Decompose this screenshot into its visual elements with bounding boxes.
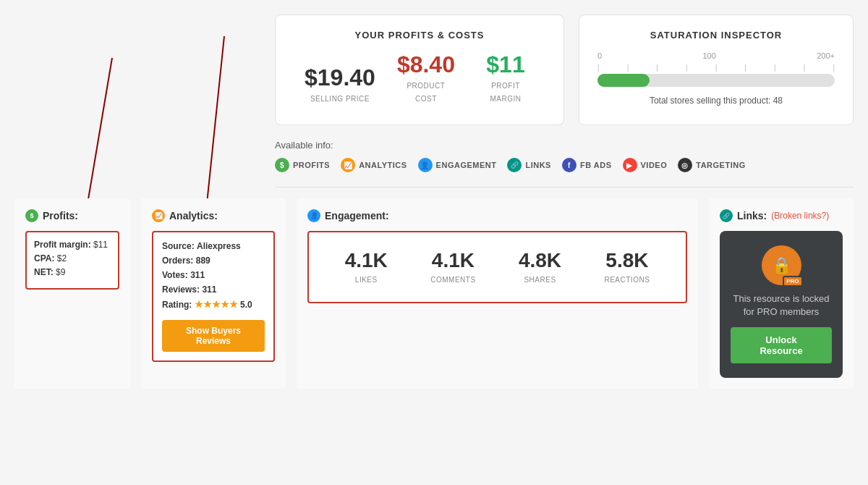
analytics-data-box: Source: Aliexpress Orders: 889 Votes: 31… xyxy=(152,231,275,362)
links-panel-header: 🔗 Links: (Broken links?) xyxy=(720,209,843,222)
badge-video-label: VIDEO xyxy=(641,161,668,169)
links-badge-icon: 🔗 xyxy=(507,158,522,172)
reviews-row: Reviews: 311 xyxy=(162,284,265,295)
profits-badge-icon: $ xyxy=(275,158,289,172)
net-row: NET: $9 xyxy=(34,267,111,277)
scale-100: 100 xyxy=(702,51,715,60)
show-buyers-button[interactable]: Show Buyers Reviews xyxy=(162,320,265,352)
comments-label: COMMENTS xyxy=(430,276,475,284)
reviews-value: 311 xyxy=(202,284,216,295)
shares-value: 4.8K xyxy=(519,249,561,272)
profits-costs-title: YOUR PROFITS & COSTS xyxy=(305,30,535,41)
shares-stat: 4.8K SHARES xyxy=(519,249,561,285)
profits-data-box: Profit margin: $11 CPA: $2 NET: $9 xyxy=(25,231,119,290)
engagement-panel-title: Engagement: xyxy=(325,210,389,222)
badge-links: 🔗 LINKS xyxy=(507,158,551,172)
profit-margin-row: Profit margin: $11 xyxy=(34,240,111,250)
info-badges: $ PROFITS 📈 ANALYTICS 👤 ENGAGEMENT 🔗 LIN… xyxy=(275,158,854,172)
analytics-badge-icon: 📈 xyxy=(341,158,355,172)
saturation-bar-container xyxy=(597,74,835,87)
reactions-label: REACTIONS xyxy=(604,276,650,284)
profit-margin-row-value: $11 xyxy=(93,240,108,250)
targeting-badge-icon: ◎ xyxy=(678,158,692,172)
badge-engagement-label: ENGAGEMENT xyxy=(436,161,497,169)
profits-panel-header: $ Profits: xyxy=(25,209,119,222)
likes-label: LIKES xyxy=(355,276,378,284)
saturation-stores-text: Total stores selling this product: 48 xyxy=(597,96,835,106)
pro-badge: PRO xyxy=(783,276,802,287)
orders-label: Orders: xyxy=(162,256,193,266)
product-cost-label: PRODUCT COST xyxy=(407,82,445,103)
unlock-resource-button[interactable]: Unlock Resource xyxy=(731,327,832,363)
votes-label: Votes: xyxy=(162,270,188,280)
profits-panel-title: Profits: xyxy=(43,210,78,222)
profits-panel: $ Profits: Profit margin: $11 CPA: $2 NE… xyxy=(14,198,130,389)
product-cost-item: $8.40 PRODUCT COST xyxy=(397,51,455,104)
engagement-data-box: 4.1K LIKES 4.1K COMMENTS 4.8K SHARES 5.8… xyxy=(307,231,687,303)
badge-fb-ads: f FB ADS xyxy=(562,158,612,172)
badge-targeting: ◎ TARGETING xyxy=(678,158,745,172)
likes-value: 4.1K xyxy=(345,249,388,272)
badge-profits-label: PROFITS xyxy=(293,161,330,169)
pro-lock-box: 🔒 PRO This resource is locked for PRO me… xyxy=(720,231,843,378)
analytics-panel-header: 📈 Analytics: xyxy=(152,209,275,222)
section-divider xyxy=(275,187,854,187)
selling-price-label: SELLING PRICE xyxy=(310,95,370,103)
profit-margin-value: $11 xyxy=(477,51,535,78)
orders-value: 889 xyxy=(196,256,210,266)
available-info-section: Available info: $ PROFITS 📈 ANALYTICS 👤 … xyxy=(275,140,854,172)
profits-costs-card: YOUR PROFITS & COSTS $19.40 SELLING PRIC… xyxy=(275,14,564,125)
saturation-title: SATURATION INSPECTOR xyxy=(597,30,835,41)
reactions-stat: 5.8K REACTIONS xyxy=(604,249,650,285)
profit-margin-row-label: Profit margin: xyxy=(34,240,91,250)
top-section: YOUR PROFITS & COSTS $19.40 SELLING PRIC… xyxy=(275,14,854,125)
lock-circle: 🔒 PRO xyxy=(762,245,801,285)
stars: ★★★★★ xyxy=(195,299,238,310)
engagement-panel: 👤 Engagement: 4.1K LIKES 4.1K COMMENTS 4… xyxy=(297,198,698,389)
available-info-label: Available info: xyxy=(275,140,854,151)
engagement-header-icon: 👤 xyxy=(307,209,320,222)
analytics-header-icon: 📈 xyxy=(152,209,165,222)
comments-value: 4.1K xyxy=(430,249,475,272)
scale-0: 0 xyxy=(597,51,602,60)
profit-margin-label: PROFIT MARGIN xyxy=(490,82,521,103)
badge-engagement: 👤 ENGAGEMENT xyxy=(418,158,497,172)
rating-value: 5.0 xyxy=(240,300,252,310)
rating-row: Rating: ★★★★★ 5.0 xyxy=(162,299,265,310)
bottom-section: $ Profits: Profit margin: $11 CPA: $2 NE… xyxy=(14,198,854,389)
saturation-scale: 0 100 200+ xyxy=(597,51,835,60)
net-label: NET: xyxy=(34,267,54,277)
video-badge-icon: ▶ xyxy=(623,158,637,172)
likes-stat: 4.1K LIKES xyxy=(345,249,388,285)
cpa-value: $2 xyxy=(57,253,67,263)
reviews-label: Reviews: xyxy=(162,284,200,295)
badge-fb-ads-label: FB ADS xyxy=(580,161,612,169)
links-panel-title: Links: xyxy=(737,210,767,222)
scale-200plus: 200+ xyxy=(817,51,835,60)
reactions-value: 5.8K xyxy=(604,249,650,272)
selling-price-item: $19.40 SELLING PRICE xyxy=(305,64,375,104)
profits-header-icon: $ xyxy=(25,209,38,222)
saturation-bar-fill xyxy=(597,74,650,87)
selling-price-value: $19.40 xyxy=(305,64,375,91)
saturation-card: SATURATION INSPECTOR 0 100 200+ | | | | … xyxy=(579,14,854,125)
comments-stat: 4.1K COMMENTS xyxy=(430,249,475,285)
net-value: $9 xyxy=(56,267,65,277)
badge-links-label: LINKS xyxy=(525,161,551,169)
price-row: $19.40 SELLING PRICE $8.40 PRODUCT COST … xyxy=(305,51,535,104)
votes-value: 311 xyxy=(190,270,205,280)
lock-icon: 🔒 xyxy=(772,256,791,275)
pro-lock-text: This resource is locked for PRO members xyxy=(731,292,832,319)
links-panel: 🔗 Links: (Broken links?) 🔒 PRO This reso… xyxy=(709,198,854,389)
broken-links-text[interactable]: (Broken links?) xyxy=(771,211,829,221)
badge-analytics: 📈 ANALYTICS xyxy=(341,158,407,172)
source-row: Source: Aliexpress xyxy=(162,241,265,251)
main-container: YOUR PROFITS & COSTS $19.40 SELLING PRIC… xyxy=(0,0,868,485)
badge-targeting-label: TARGETING xyxy=(696,161,745,169)
rating-label: Rating: xyxy=(162,300,192,310)
orders-row: Orders: 889 xyxy=(162,256,265,266)
cpa-row: CPA: $2 xyxy=(34,253,111,263)
source-value: Aliexpress xyxy=(197,241,241,251)
badge-video: ▶ VIDEO xyxy=(623,158,668,172)
analytics-panel-title: Analytics: xyxy=(169,210,218,222)
